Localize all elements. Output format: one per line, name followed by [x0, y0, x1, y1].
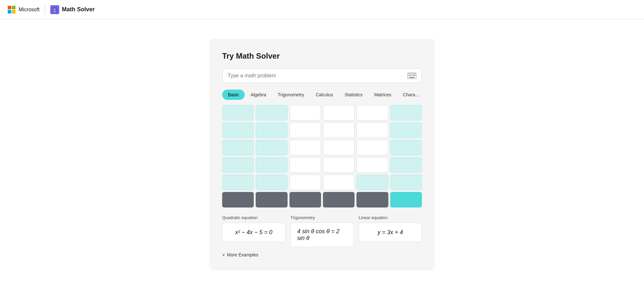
solver-card: Try Math Solver Basic Algebra: [209, 39, 435, 270]
keypad: [222, 105, 422, 207]
microsoft-logo: [8, 6, 15, 14]
key-r5c3[interactable]: [289, 175, 321, 190]
math-input[interactable]: [228, 73, 407, 79]
svg-rect-11: [413, 75, 414, 76]
key-action5[interactable]: [356, 192, 388, 207]
example-trig: Trigonometry 4 sin θ cos θ = 2 sin θ: [290, 215, 354, 247]
key-r4c4[interactable]: [323, 157, 355, 173]
ms-square-red: [8, 6, 11, 9]
svg-rect-4: [410, 73, 411, 74]
examples-section: Quadratic equation x² − 4x − 5 = 0 Trigo…: [222, 215, 422, 257]
examples-row: Quadratic equation x² − 4x − 5 = 0 Trigo…: [222, 215, 422, 247]
key-action4[interactable]: [323, 192, 355, 207]
header-divider: [45, 5, 45, 14]
svg-text:∑: ∑: [53, 8, 56, 12]
more-examples-button[interactable]: ∨ More Examples: [222, 252, 422, 257]
key-r2c3[interactable]: [289, 122, 321, 138]
key-r3c2[interactable]: [256, 140, 287, 155]
key-r2c1[interactable]: [222, 122, 254, 138]
svg-rect-12: [414, 75, 415, 76]
svg-rect-10: [412, 75, 412, 76]
tab-characters[interactable]: Chara...: [397, 90, 422, 100]
main-content: Try Math Solver Basic Algebra: [0, 19, 644, 290]
quadratic-label: Quadratic equation: [222, 215, 285, 220]
svg-rect-6: [413, 73, 414, 74]
key-r3c3[interactable]: [289, 140, 321, 155]
key-r3c5[interactable]: [356, 140, 388, 155]
key-r1c3[interactable]: [289, 105, 321, 120]
key-r2c6[interactable]: [390, 122, 422, 138]
svg-rect-9: [410, 75, 411, 76]
key-r2c2[interactable]: [256, 122, 287, 138]
key-action3[interactable]: [289, 192, 321, 207]
tab-matrices[interactable]: Matrices: [368, 90, 397, 100]
key-r2c5[interactable]: [356, 122, 388, 138]
linear-label: Linear equation: [359, 215, 422, 220]
key-r1c2[interactable]: [256, 105, 287, 120]
key-r4c3[interactable]: [289, 157, 321, 173]
linear-math: y = 3x + 4: [377, 229, 403, 236]
key-r1c5[interactable]: [356, 105, 388, 120]
trig-math: 4 sin θ cos θ = 2 sin θ: [297, 228, 347, 242]
chevron-down-icon: ∨: [222, 253, 225, 257]
svg-rect-13: [409, 77, 415, 78]
trig-card[interactable]: 4 sin θ cos θ = 2 sin θ: [290, 223, 354, 247]
linear-card[interactable]: y = 3x + 4: [359, 223, 422, 242]
more-examples-label: More Examples: [227, 252, 258, 257]
key-r1c1[interactable]: [222, 105, 254, 120]
key-r5c2[interactable]: [256, 175, 287, 190]
example-linear: Linear equation y = 3x + 4: [359, 215, 422, 247]
key-r1c6[interactable]: [390, 105, 422, 120]
tabs-container: Basic Algebra Trigonometry Calculus Stat…: [222, 90, 422, 100]
key-r3c1[interactable]: [222, 140, 254, 155]
key-r3c4[interactable]: [323, 140, 355, 155]
key-r5c5[interactable]: [356, 175, 388, 190]
svg-rect-8: [408, 75, 409, 76]
key-r5c1[interactable]: [222, 175, 254, 190]
key-action2[interactable]: [256, 192, 287, 207]
tab-trigonometry[interactable]: Trigonometry: [272, 90, 310, 100]
key-r5c6[interactable]: [390, 175, 422, 190]
key-r4c2[interactable]: [256, 157, 287, 173]
key-r3c6[interactable]: [390, 140, 422, 155]
input-container: [222, 68, 422, 83]
key-r2c4[interactable]: [323, 122, 355, 138]
app-icon: ∑: [50, 5, 59, 14]
quadratic-math: x² − 4x − 5 = 0: [235, 229, 272, 236]
microsoft-label: Microsoft: [19, 7, 40, 13]
example-quadratic: Quadratic equation x² − 4x − 5 = 0: [222, 215, 285, 247]
tab-algebra[interactable]: Algebra: [245, 90, 272, 100]
card-title: Try Math Solver: [222, 52, 422, 61]
ms-square-blue: [8, 10, 11, 14]
key-r4c6[interactable]: [390, 157, 422, 173]
key-r4c5[interactable]: [356, 157, 388, 173]
ms-square-yellow: [12, 10, 15, 14]
quadratic-card[interactable]: x² − 4x − 5 = 0: [222, 223, 285, 242]
header: Microsoft ∑ Math Solver: [0, 0, 644, 19]
svg-rect-7: [414, 73, 415, 74]
keyboard-icon[interactable]: [407, 72, 416, 79]
key-r4c1[interactable]: [222, 157, 254, 173]
key-action1[interactable]: [222, 192, 254, 207]
ms-square-green: [12, 6, 15, 9]
key-r1c4[interactable]: [323, 105, 355, 120]
key-solve[interactable]: [390, 192, 422, 207]
tab-basic[interactable]: Basic: [222, 90, 245, 100]
tab-statistics[interactable]: Statistics: [339, 90, 368, 100]
app-title: Math Solver: [62, 6, 95, 13]
key-r5c4[interactable]: [323, 175, 355, 190]
svg-rect-3: [408, 73, 409, 74]
svg-rect-5: [412, 73, 412, 74]
tab-calculus[interactable]: Calculus: [310, 90, 339, 100]
trig-label: Trigonometry: [290, 215, 354, 220]
